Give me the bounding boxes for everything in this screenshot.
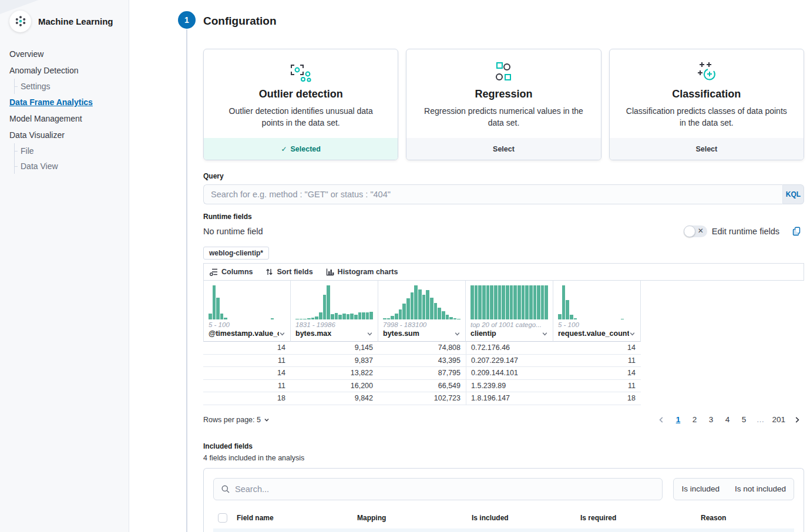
page-button-201[interactable]: 201 — [769, 413, 788, 427]
column-actions-chevron-icon[interactable] — [367, 331, 373, 337]
fields-search-input[interactable] — [235, 484, 655, 494]
histogram-bar — [498, 285, 502, 319]
sidebar-item-anomaly-detection[interactable]: Anomaly Detection — [0, 62, 129, 79]
rows-per-page-label: Rows per page: 5 — [203, 416, 261, 424]
field-row-timestampvalue_count: @timestamp.value_count long Yes No — [213, 528, 794, 532]
fields-search-box — [213, 478, 663, 500]
sidebar-item-data-visualizer[interactable]: Data Visualizer — [0, 127, 129, 143]
histogram-bar — [311, 318, 315, 319]
histogram-bar — [300, 319, 303, 319]
filter-button-is-included[interactable]: Is included — [674, 479, 727, 500]
toggle-thumb[interactable] — [684, 225, 695, 237]
card-classification[interactable]: Classification Classification predicts c… — [609, 49, 804, 160]
column-header-bytessum: 7998 - 183100 bytes.sum — [378, 281, 466, 342]
included-fields-panel: Is includedIs not included Field nameMap… — [203, 468, 804, 532]
column-actions-chevron-icon[interactable] — [629, 331, 636, 337]
rows-per-page-button[interactable]: Rows per page: 5 — [203, 416, 270, 424]
table-cell: 66,549 — [378, 380, 466, 392]
histogram-bar — [338, 315, 342, 319]
card-action-button[interactable]: ✓ Selected — [204, 138, 398, 160]
previous-page-icon[interactable] — [654, 413, 668, 427]
page-button-2[interactable]: 2 — [687, 413, 701, 427]
table-row: 189,842102,7231.8.196.14718 — [203, 392, 641, 405]
sidebar-title: Machine Learning — [38, 16, 113, 26]
column-histogram — [470, 285, 548, 319]
column-range-label: 5 - 100 — [209, 321, 285, 328]
column-range-label: 1831 - 19986 — [295, 321, 373, 328]
select-all-checkbox[interactable] — [218, 513, 227, 523]
sidebar-item-overview[interactable]: Overview — [0, 46, 129, 62]
sidebar-item-file[interactable]: File — [14, 143, 129, 159]
histogram-bar — [574, 318, 577, 319]
column-actions-chevron-icon[interactable] — [542, 331, 548, 337]
column-actions-chevron-icon[interactable] — [279, 331, 285, 337]
histogram-bar — [449, 317, 453, 319]
toggle-track[interactable]: ✕ — [684, 225, 707, 237]
page-button-1[interactable]: 1 — [671, 413, 685, 427]
toolbar-button-columns[interactable]: Columns — [210, 268, 253, 276]
histogram-bar — [482, 285, 486, 319]
sidebar-item-model-management[interactable]: Model Management — [0, 110, 129, 127]
card-description: Regression predicts numerical values in … — [421, 106, 586, 129]
query-search-input[interactable] — [203, 184, 782, 204]
table-cell: 14 — [553, 342, 641, 354]
edit-runtime-fields-toggle[interactable]: ✕ Edit runtime fields — [684, 225, 779, 237]
check-icon: ✓ — [281, 145, 287, 153]
sidebar-item-settings[interactable]: Settings — [14, 79, 129, 94]
card-body: Outlier detection Outlier detection iden… — [204, 49, 398, 138]
page-button-3[interactable]: 3 — [704, 413, 718, 427]
kql-language-button[interactable]: KQL — [782, 184, 804, 204]
table-cell: 43,395 — [378, 355, 466, 367]
histogram-bar — [295, 319, 299, 319]
card-action-button[interactable]: Select — [406, 138, 600, 160]
histogram-bar — [541, 285, 545, 319]
card-action-button[interactable]: Select — [610, 138, 804, 160]
next-page-icon[interactable] — [790, 413, 804, 427]
regression-icon — [421, 60, 586, 85]
histogram-bar — [517, 285, 521, 319]
toolbar-button-sort-fields[interactable]: Sort fields — [265, 268, 312, 276]
query-label: Query — [203, 172, 804, 180]
table-cell: 9,145 — [291, 342, 378, 354]
column-histogram — [383, 285, 461, 319]
toolbar-button-histogram-charts[interactable]: Histogram charts — [326, 268, 398, 276]
sidebar-item-data-view[interactable]: Data View — [14, 159, 129, 174]
toolbar-button-label: Sort fields — [277, 268, 312, 276]
histogram-bar — [418, 289, 422, 319]
field-name-cell: @timestamp.value_count — [232, 528, 352, 532]
histogram-bar — [362, 312, 365, 319]
card-title: Classification — [624, 88, 789, 100]
included-fields-summary: 4 fields included in the analysis — [203, 454, 804, 462]
histogram-bar — [315, 316, 318, 319]
column-range-label: top 20 of 1001 catego... — [470, 321, 548, 328]
fields-column-header: Reason — [696, 509, 794, 528]
filter-button-is-not-included[interactable]: Is not included — [727, 479, 794, 500]
column-actions-chevron-icon[interactable] — [454, 331, 461, 337]
histogram-bar — [220, 314, 224, 319]
histogram-bar — [426, 290, 429, 319]
column-header-bytesmax: 1831 - 19986 bytes.max — [291, 281, 378, 342]
sidebar-item-data-frame-analytics[interactable]: Data Frame Analytics — [0, 94, 129, 110]
page-button-4[interactable]: 4 — [720, 413, 734, 427]
copy-clipboard-icon[interactable] — [792, 227, 802, 236]
histogram-bar — [319, 312, 322, 319]
step-number-badge: 1 — [178, 11, 196, 29]
card-description: Classification predicts classes of data … — [624, 106, 789, 129]
column-histogram — [295, 285, 373, 319]
histogram-bar — [369, 312, 373, 319]
card-body: Regression Regression predicts numerical… — [406, 49, 600, 138]
analysis-type-cards: Outlier detection Outlier detection iden… — [203, 49, 804, 160]
column-header-requestvalue_count: 5 - 100 request.value_count — [553, 281, 641, 342]
card-regression[interactable]: Regression Regression predicts numerical… — [406, 49, 601, 160]
histogram-bar — [510, 285, 513, 319]
card-outlier-detection[interactable]: Outlier detection Outlier detection iden… — [203, 49, 398, 160]
fields-column-header: Field name — [232, 509, 352, 528]
table-cell: 0.72.176.46 — [466, 342, 553, 354]
pagination-ellipsis: … — [753, 413, 767, 427]
table-cell: 11 — [553, 380, 641, 392]
data-grid-toolbar: Columns Sort fields Histogram charts — [203, 263, 804, 281]
included-fields-label: Included fields — [203, 442, 804, 450]
page-button-5[interactable]: 5 — [737, 413, 751, 427]
table-cell: 87,795 — [378, 367, 466, 379]
table-cell: 1.5.239.89 — [466, 380, 553, 392]
